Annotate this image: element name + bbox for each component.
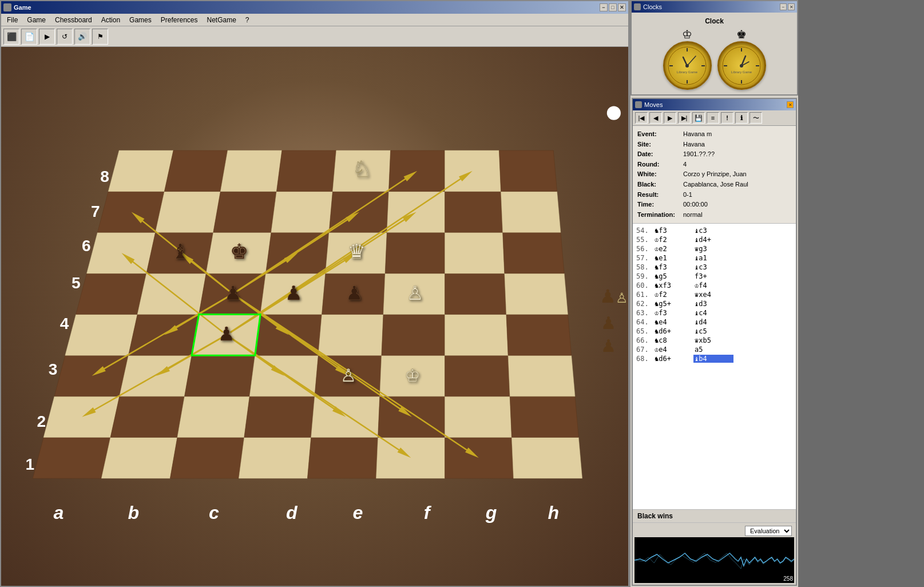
- move-black[interactable]: ♝c4: [693, 309, 733, 317]
- app-icon: [3, 3, 11, 11]
- menu-netgame[interactable]: NetGame: [204, 15, 240, 25]
- table-row[interactable]: 64.♞e4♝d4: [635, 318, 794, 327]
- menu-file[interactable]: File: [3, 15, 21, 25]
- time-value: 00:00:00: [683, 200, 708, 210]
- table-row[interactable]: 55.♔f2♝d4+: [635, 235, 794, 244]
- main-window: Game − □ ✕ File Game Chessboard Action G…: [0, 0, 629, 587]
- move-black[interactable]: ♝c3: [693, 263, 733, 271]
- move-black[interactable]: ♝d3: [693, 300, 733, 308]
- first-move-button[interactable]: |◀: [635, 112, 648, 124]
- move-white[interactable]: ♔e2: [653, 245, 693, 253]
- table-row[interactable]: 54.♞f3♝c3: [635, 226, 794, 235]
- moves-icon: [635, 101, 642, 108]
- move-black[interactable]: a5: [693, 346, 733, 354]
- move-number: 59.: [636, 272, 653, 280]
- move-black[interactable]: ♝c5: [693, 327, 733, 335]
- move-white[interactable]: ♞g5: [653, 272, 693, 280]
- move-white[interactable]: ♔f2: [653, 236, 693, 244]
- main-window-title: Game: [14, 4, 31, 11]
- sound-button[interactable]: 🔊: [74, 29, 90, 45]
- new-game-button[interactable]: ⬛: [3, 29, 19, 45]
- right-panel: Clocks − ✕ Clock ♔: [629, 0, 798, 587]
- menu-chessboard[interactable]: Chessboard: [51, 15, 96, 25]
- move-number: 64.: [636, 318, 653, 326]
- table-row[interactable]: 66.♞c8♛xb5: [635, 336, 794, 345]
- move-white[interactable]: ♞c8: [653, 336, 693, 344]
- move-white[interactable]: ♞f3: [653, 227, 693, 235]
- round-value: 4: [683, 160, 687, 170]
- table-row[interactable]: 61.♔f2♛xe4: [635, 290, 794, 299]
- clock-icon: [634, 3, 641, 10]
- info-button[interactable]: !: [721, 112, 733, 124]
- move-white[interactable]: ♞d6+: [653, 327, 693, 335]
- moves-list[interactable]: 54.♞f3♝c355.♔f2♝d4+56.♔e2♛g357.♞e1♝a158.…: [633, 224, 796, 509]
- save-button[interactable]: 💾: [692, 112, 705, 124]
- move-white[interactable]: ♔f3: [653, 309, 693, 317]
- moves-close[interactable]: ✕: [787, 101, 794, 108]
- move-white[interactable]: ♞f3: [653, 263, 693, 271]
- prev-move-button[interactable]: ◀: [649, 112, 662, 124]
- move-black[interactable]: f3+: [693, 272, 733, 280]
- move-white[interactable]: ♞d6+: [653, 355, 693, 363]
- graph-button[interactable]: 〜: [749, 112, 762, 124]
- list-view-button[interactable]: ≡: [707, 112, 719, 124]
- date-value: 1901.??.??: [683, 149, 715, 160]
- move-black[interactable]: ♛xb5: [693, 336, 733, 344]
- menu-action[interactable]: Action: [98, 15, 124, 25]
- menu-help[interactable]: ?: [242, 15, 253, 25]
- table-row[interactable]: 57.♞e1♝a1: [635, 253, 794, 263]
- move-number: 58.: [636, 263, 653, 271]
- table-row[interactable]: 68.♞d6+♝b4: [635, 354, 794, 363]
- menu-preferences[interactable]: Preferences: [157, 15, 201, 25]
- move-white[interactable]: ♞e1: [653, 254, 693, 262]
- move-black[interactable]: ♝d4: [693, 318, 733, 326]
- menu-game[interactable]: Game: [23, 15, 49, 25]
- move-black[interactable]: ♔f4: [693, 281, 733, 289]
- clock-body: Clock ♔: [632, 13, 797, 94]
- maximize-button[interactable]: □: [609, 3, 617, 11]
- move-white[interactable]: ♔f2: [653, 291, 693, 299]
- clock-title-bar: Clocks − ✕: [632, 1, 797, 13]
- flag-button[interactable]: ⚑: [92, 29, 108, 45]
- menu-games[interactable]: Games: [126, 15, 155, 25]
- table-row[interactable]: 65.♞d6+♝c5: [635, 327, 794, 336]
- move-black[interactable]: ♝c3: [693, 227, 733, 235]
- move-white[interactable]: ♞g5+: [653, 300, 693, 308]
- open-button[interactable]: 📄: [21, 29, 37, 45]
- termination-value: normal: [683, 210, 703, 220]
- table-row[interactable]: 62.♞g5+♝d3: [635, 299, 794, 308]
- game-info: Event:Havana m Site:Havana Date:1901.??.…: [633, 126, 796, 224]
- table-row[interactable]: 60.♞xf3♔f4: [635, 281, 794, 290]
- clock-close[interactable]: ✕: [788, 3, 795, 10]
- table-row[interactable]: 56.♔e2♛g3: [635, 244, 794, 253]
- eval-select[interactable]: Evaluation: [745, 526, 792, 536]
- minimize-button[interactable]: −: [600, 3, 608, 11]
- menu-bar: File Game Chessboard Action Games Prefer…: [1, 14, 628, 26]
- clock-minimize[interactable]: −: [780, 3, 787, 10]
- moves-window: Moves ✕ |◀ ◀ ▶ ▶| 💾 ≡ ! ℹ 〜 Event:Havana…: [632, 98, 797, 586]
- main-title-bar: Game − □ ✕: [1, 1, 628, 14]
- moves-title-bar: Moves ✕: [633, 99, 796, 110]
- table-row[interactable]: 63.♔f3♝c4: [635, 308, 794, 318]
- info2-button[interactable]: ℹ: [735, 112, 748, 124]
- move-white[interactable]: ♞xf3: [653, 281, 693, 289]
- close-button[interactable]: ✕: [618, 3, 626, 11]
- last-move-button[interactable]: ▶|: [678, 112, 691, 124]
- move-black[interactable]: ♝a1: [693, 254, 733, 262]
- table-row[interactable]: 59.♞g5f3+: [635, 272, 794, 281]
- rotate-button[interactable]: ↺: [57, 29, 73, 45]
- play-moves-button[interactable]: ▶: [664, 112, 676, 124]
- table-row[interactable]: 58.♞f3♝c3: [635, 263, 794, 272]
- move-white[interactable]: ♔e4: [653, 346, 693, 354]
- white-value: Corzo y Prinzipe, Juan: [683, 169, 747, 180]
- move-black[interactable]: ♛xe4: [693, 291, 733, 299]
- move-black[interactable]: ♝b4: [693, 355, 733, 363]
- move-black[interactable]: ♛g3: [693, 245, 733, 253]
- move-black[interactable]: ♝d4+: [693, 236, 733, 244]
- move-white[interactable]: ♞e4: [653, 318, 693, 326]
- play-button[interactable]: ▶: [39, 29, 55, 45]
- black-clock-face: Library Game: [717, 41, 766, 90]
- table-row[interactable]: 67.♔e4a5: [635, 345, 794, 354]
- move-number: 67.: [636, 346, 653, 354]
- board-area[interactable]: ♝♚♟♟♟♟♙♛♙♔♘ a b c d e f g h 1 2 3 4 5 6: [1, 47, 628, 586]
